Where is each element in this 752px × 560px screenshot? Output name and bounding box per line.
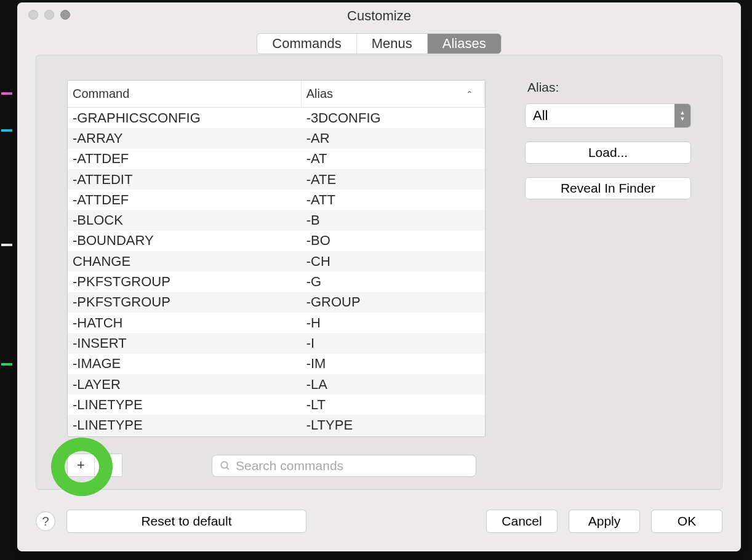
table-row[interactable]: -HATCH-H xyxy=(68,313,485,333)
svg-point-0 xyxy=(221,462,228,468)
background-artifact xyxy=(1,92,12,95)
cell-alias: -ATT xyxy=(302,190,485,210)
cell-command: -IMAGE xyxy=(68,354,302,374)
cell-alias: -GROUP xyxy=(302,292,485,313)
cell-alias: -I xyxy=(302,333,485,353)
tab-commands[interactable]: Commands xyxy=(257,34,356,54)
table-row[interactable]: -ATTEDIT-ATE xyxy=(68,169,485,190)
cell-command: -BLOCK xyxy=(68,210,302,230)
sidebar: Alias: All ▲▼ Load... Reveal In Finder xyxy=(525,80,691,213)
col-header-alias-label: Alias xyxy=(306,87,333,101)
cell-command: -PKFSTGROUP xyxy=(68,292,302,313)
dropdown-steppers-icon: ▲▼ xyxy=(674,104,690,127)
cancel-button[interactable]: Cancel xyxy=(486,510,558,533)
load-button[interactable]: Load... xyxy=(525,142,691,164)
window-title: Customize xyxy=(17,8,741,24)
svg-line-1 xyxy=(226,467,229,470)
cell-command: -HATCH xyxy=(68,313,302,333)
remove-button[interactable]: - xyxy=(95,454,122,476)
background-artifact xyxy=(1,244,12,246)
background-artifact xyxy=(1,129,12,132)
cell-command: -LINETYPE xyxy=(68,415,302,435)
content-panel: Command Alias ⌃ -GRAPHICSCONFIG-3DCONFIG… xyxy=(36,55,722,490)
ok-button[interactable]: OK xyxy=(651,510,722,533)
cell-command: -PKFSTGROUP xyxy=(68,271,302,292)
table-row[interactable]: -ATTDEF-ATT xyxy=(68,190,485,210)
cell-command: -LAYER xyxy=(68,374,302,394)
col-header-alias[interactable]: Alias ⌃ xyxy=(302,81,485,107)
cell-alias: -AT xyxy=(302,149,485,169)
col-header-command[interactable]: Command xyxy=(68,81,302,107)
customize-window: Customize Commands Menus Aliases Command… xyxy=(17,2,741,551)
cell-alias: -IM xyxy=(302,354,485,374)
cell-command: -BOUNDARY xyxy=(68,231,302,251)
table-row[interactable]: -LINETYPE-LTYPE xyxy=(68,415,485,435)
cell-alias: -BO xyxy=(302,231,485,251)
table-header: Command Alias ⌃ xyxy=(68,81,485,108)
reset-to-default-button[interactable]: Reset to default xyxy=(66,510,306,533)
cell-command: -INSERT xyxy=(68,333,302,353)
cell-alias: -LT xyxy=(302,394,485,415)
cell-alias: -H xyxy=(302,313,485,333)
cell-alias: -3DCONFIG xyxy=(302,108,485,128)
cell-command: -GRAPHICSCONFIG xyxy=(68,108,302,128)
cell-command: -ATTDEF xyxy=(68,149,302,169)
table-body[interactable]: -GRAPHICSCONFIG-3DCONFIG-ARRAY-AR-ATTDEF… xyxy=(68,108,485,437)
tab-aliases[interactable]: Aliases xyxy=(428,34,501,54)
cell-command: -ARRAY xyxy=(68,128,302,148)
cell-alias: -LA xyxy=(302,374,485,394)
tab-bar: Commands Menus Aliases xyxy=(17,33,741,54)
table-row[interactable]: -LINETYPE-LT xyxy=(68,394,485,415)
table-row[interactable]: -BOUNDARY-BO xyxy=(68,231,485,251)
add-button[interactable]: + xyxy=(68,454,95,476)
table-row[interactable]: -PKFSTGROUP-GROUP xyxy=(68,292,485,313)
footer-bar: ? Reset to default Cancel Apply OK xyxy=(36,510,722,533)
reveal-in-finder-button[interactable]: Reveal In Finder xyxy=(525,177,691,199)
table-row[interactable]: CHANGE-CH xyxy=(68,251,485,271)
cell-command: -ATTEDIT xyxy=(68,169,302,190)
cell-alias: -CH xyxy=(302,251,485,271)
search-icon xyxy=(220,460,231,471)
table-row[interactable]: -GRAPHICSCONFIG-3DCONFIG xyxy=(68,108,485,128)
cell-alias: -LTYPE xyxy=(302,415,485,435)
table-row[interactable]: -ARRAY-AR xyxy=(68,128,485,148)
table-row[interactable]: -IMAGE-IM xyxy=(68,354,485,374)
alias-filter-label: Alias: xyxy=(525,80,691,95)
help-button[interactable]: ? xyxy=(36,511,55,531)
cell-command: -ATTDEF xyxy=(68,190,302,210)
alias-filter-value: All xyxy=(533,108,548,124)
tab-menus[interactable]: Menus xyxy=(357,34,428,54)
titlebar: Customize xyxy=(17,2,741,27)
alias-table: Command Alias ⌃ -GRAPHICSCONFIG-3DCONFIG… xyxy=(67,80,486,437)
table-row[interactable]: -BLOCK-B xyxy=(68,210,485,230)
apply-button[interactable]: Apply xyxy=(569,510,640,533)
cell-alias: -AR xyxy=(302,128,485,148)
cell-command: -LINETYPE xyxy=(68,394,302,415)
search-field[interactable] xyxy=(212,455,476,477)
cell-command: CHANGE xyxy=(68,251,302,271)
sort-ascending-icon: ⌃ xyxy=(466,89,473,99)
add-remove-group: + - xyxy=(67,454,122,477)
cell-alias: -B xyxy=(302,210,485,230)
background-artifact xyxy=(1,363,12,366)
cell-alias: -G xyxy=(302,271,485,292)
search-input[interactable] xyxy=(236,458,468,473)
table-row[interactable]: -INSERT-I xyxy=(68,333,485,353)
table-row[interactable]: -PKFSTGROUP-G xyxy=(68,271,485,292)
table-row[interactable]: -ATTDEF-AT xyxy=(68,149,485,169)
table-row[interactable]: -LAYER-LA xyxy=(68,374,485,394)
segmented-tabs: Commands Menus Aliases xyxy=(257,33,501,54)
alias-filter-select[interactable]: All ▲▼ xyxy=(525,103,691,128)
cell-alias: -ATE xyxy=(302,169,485,190)
